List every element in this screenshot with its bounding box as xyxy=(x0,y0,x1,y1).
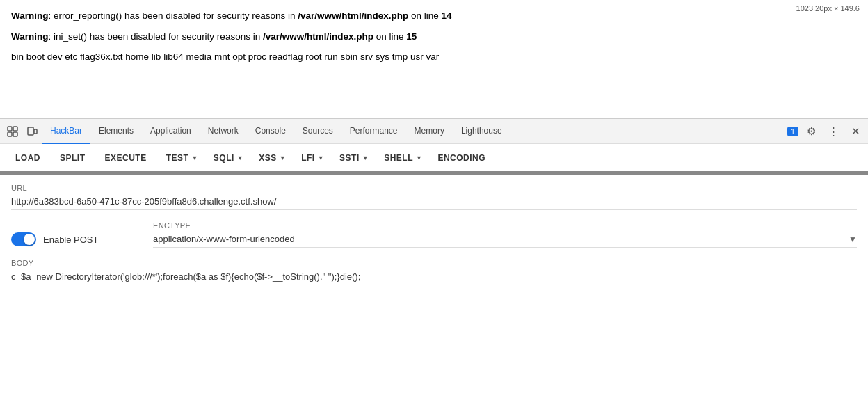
test-dropdown-arrow: ▼ xyxy=(191,154,198,161)
enctype-section: enctype application/x-www-form-urlencode… xyxy=(153,221,857,248)
url-section: URL http://6a383bcd-6a50-471c-87cc-205f9… xyxy=(11,184,857,210)
toggle-knob xyxy=(24,234,35,245)
body-section: Body c=$a=new DirectoryIterator('glob://… xyxy=(11,259,857,285)
close-devtools-button[interactable]: ✕ xyxy=(846,122,865,141)
tab-sources[interactable]: Sources xyxy=(294,119,341,144)
tab-console[interactable]: Console xyxy=(247,119,294,144)
encoding-button[interactable]: ENCODING xyxy=(428,143,495,173)
dir-listing: bin boot dev etc flag36x.txt home lib li… xyxy=(11,49,857,65)
tab-memory[interactable]: Memory xyxy=(406,119,453,144)
url-label: URL xyxy=(11,184,857,192)
shell-dropdown-arrow: ▼ xyxy=(416,154,422,161)
dimension-indicator: 1023.20px × 149.6 xyxy=(796,4,860,13)
devtools-panel: HackBar Elements Application Network Con… xyxy=(0,118,868,290)
svg-rect-2 xyxy=(8,132,12,136)
tab-lighthouse[interactable]: Lighthouse xyxy=(453,119,511,144)
enctype-select-wrapper[interactable]: application/x-www-form-urlencoded ▼ xyxy=(153,231,857,248)
shell-dropdown[interactable]: SHELL ▼ xyxy=(374,143,428,173)
url-input[interactable]: http://6a383bcd-6a50-471c-87cc-205f9bffa… xyxy=(11,193,857,210)
enable-post-label: Enable POST xyxy=(43,234,99,245)
ssti-dropdown-arrow: ▼ xyxy=(362,154,369,161)
more-button[interactable]: ⋮ xyxy=(823,122,843,141)
test-dropdown[interactable]: TEST ▼ xyxy=(156,143,204,173)
split-button[interactable]: SPLIT xyxy=(50,143,95,173)
inspect-icon[interactable] xyxy=(3,119,22,144)
tab-network[interactable]: Network xyxy=(200,119,247,144)
sqli-dropdown-arrow: ▼ xyxy=(237,154,243,161)
hackbar-content: URL http://6a383bcd-6a50-471c-87cc-205f9… xyxy=(0,175,868,290)
body-input[interactable]: c=$a=new DirectoryIterator('glob:///*');… xyxy=(11,269,857,285)
svg-rect-5 xyxy=(34,129,37,134)
warning-1: Warning: error_reporting() has been disa… xyxy=(11,8,857,24)
svg-rect-1 xyxy=(13,127,17,131)
hackbar-toolbar: LOAD SPLIT EXECUTE TEST ▼ SQLI ▼ XSS ▼ L… xyxy=(0,144,868,173)
enctype-label: enctype xyxy=(153,221,857,230)
device-icon[interactable] xyxy=(22,119,42,144)
post-row: Enable POST enctype application/x-www-fo… xyxy=(11,221,857,248)
load-button[interactable]: LOAD xyxy=(6,143,50,173)
enctype-value: application/x-www-form-urlencoded xyxy=(153,234,849,244)
lfi-dropdown-arrow: ▼ xyxy=(318,154,324,161)
page-content: Warning: error_reporting() has been disa… xyxy=(0,0,868,118)
tab-elements[interactable]: Elements xyxy=(90,119,142,144)
ssti-dropdown[interactable]: SSTI ▼ xyxy=(330,143,374,173)
xss-dropdown-arrow: ▼ xyxy=(280,154,286,161)
svg-rect-3 xyxy=(13,132,17,136)
post-toggle-switch[interactable] xyxy=(11,232,36,246)
tab-application[interactable]: Application xyxy=(142,119,200,144)
body-label: Body xyxy=(11,259,857,267)
enctype-dropdown-arrow: ▼ xyxy=(849,234,857,244)
lfi-dropdown[interactable]: LFI ▼ xyxy=(291,143,330,173)
warning-2: Warning: ini_set() has been disabled for… xyxy=(11,29,857,45)
svg-rect-0 xyxy=(8,127,12,131)
svg-rect-4 xyxy=(28,127,33,135)
enable-post-toggle[interactable]: Enable POST xyxy=(11,221,136,246)
sqli-dropdown[interactable]: SQLI ▼ xyxy=(204,143,249,173)
tab-performance[interactable]: Performance xyxy=(341,119,406,144)
tab-hackbar[interactable]: HackBar xyxy=(42,119,90,144)
console-badge: 1 xyxy=(787,127,798,136)
devtools-tab-bar: HackBar Elements Application Network Con… xyxy=(0,119,868,144)
settings-button[interactable]: ⚙ xyxy=(801,122,821,141)
devtools-actions: 1 ⚙ ⋮ ✕ xyxy=(787,122,865,141)
execute-button[interactable]: EXECUTE xyxy=(95,143,156,173)
xss-dropdown[interactable]: XSS ▼ xyxy=(249,143,291,173)
